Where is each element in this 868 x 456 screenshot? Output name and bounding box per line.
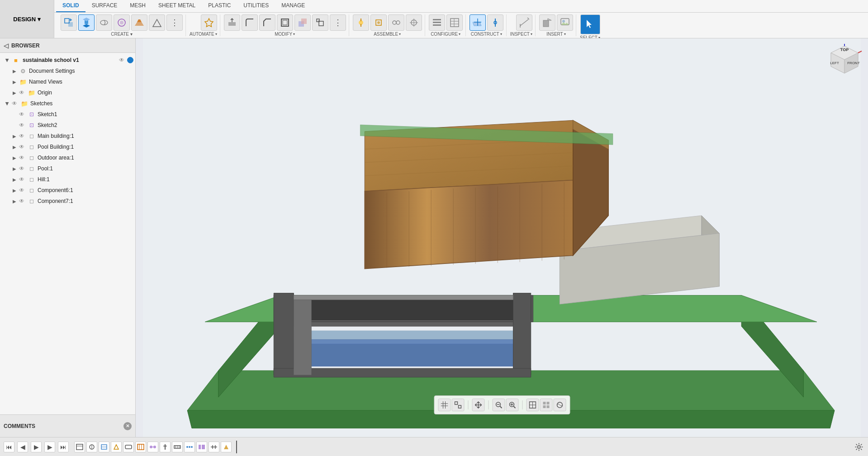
timeline-icon-10[interactable] bbox=[184, 442, 195, 452]
insert-mesh-icon[interactable] bbox=[539, 14, 555, 31]
timeline-icon-12[interactable] bbox=[209, 442, 219, 452]
tree-arrow-pool[interactable]: ▶ bbox=[11, 166, 18, 171]
chamfer-icon[interactable] bbox=[259, 14, 275, 31]
timeline-icon-4[interactable] bbox=[111, 442, 122, 452]
modify-label[interactable]: MODIFY▾ bbox=[224, 32, 346, 37]
eye-icon-main-building[interactable]: 👁 bbox=[18, 132, 25, 140]
eye-icon-root[interactable]: 👁 bbox=[118, 56, 125, 64]
tab-solid[interactable]: SOLID bbox=[56, 0, 85, 12]
eye-icon-hill[interactable]: 👁 bbox=[18, 176, 25, 183]
tab-utilities[interactable]: UTILITIES bbox=[237, 0, 275, 12]
tree-arrow-root[interactable]: ▶ bbox=[5, 56, 10, 64]
new-component-icon[interactable] bbox=[61, 14, 77, 31]
rib-icon[interactable] bbox=[149, 14, 165, 31]
table-icon[interactable] bbox=[446, 14, 463, 31]
tree-arrow-sketches[interactable]: ▶ bbox=[5, 100, 10, 107]
measure-icon[interactable] bbox=[516, 14, 532, 31]
tree-arrow-main-building[interactable]: ▶ bbox=[11, 134, 18, 139]
visual-style-button[interactable] bbox=[553, 399, 566, 411]
eye-icon-component7[interactable]: 👁 bbox=[18, 197, 25, 205]
timeline-icon-13[interactable] bbox=[221, 442, 232, 452]
tab-sheet-metal[interactable]: SHEET METAL bbox=[152, 0, 202, 12]
display-mode-button[interactable] bbox=[540, 399, 552, 411]
press-pull-icon[interactable] bbox=[224, 14, 240, 31]
eye-icon-pool[interactable]: 👁 bbox=[18, 165, 25, 172]
zoom-in-button[interactable] bbox=[506, 399, 518, 411]
anim-play-button[interactable]: ▶ bbox=[31, 442, 42, 452]
sweep-icon[interactable] bbox=[114, 14, 130, 31]
eye-icon-pool-building[interactable]: 👁 bbox=[18, 143, 25, 150]
tree-arrow-component7[interactable]: ▶ bbox=[11, 199, 18, 204]
create-label[interactable]: CREATE ▾ bbox=[61, 32, 183, 37]
radio-root[interactable] bbox=[127, 57, 133, 63]
tree-arrow-doc[interactable]: ▶ bbox=[11, 69, 18, 74]
browser-collapse-icon[interactable]: ◁ bbox=[4, 42, 9, 49]
anim-prev-button[interactable]: ◀ bbox=[17, 442, 28, 452]
tab-mesh[interactable]: MESH bbox=[123, 0, 152, 12]
zoom-out-button[interactable] bbox=[492, 399, 505, 411]
tree-item-component7[interactable]: ▶ 👁 ◻ Component7:1 bbox=[0, 196, 135, 207]
more-modify-icon[interactable]: ⋮ bbox=[330, 14, 346, 31]
tree-arrow-pool-building[interactable]: ▶ bbox=[11, 145, 18, 150]
eye-icon-component6[interactable]: 👁 bbox=[18, 187, 25, 194]
timeline-icon-11[interactable] bbox=[196, 442, 207, 452]
automate-label[interactable]: AUTOMATE▾ bbox=[190, 32, 217, 37]
timeline-icon-1[interactable] bbox=[74, 442, 85, 452]
automate-icon[interactable] bbox=[201, 14, 217, 31]
tree-arrow-outdoor-area[interactable]: ▶ bbox=[11, 155, 18, 160]
tree-item-pool-building[interactable]: ▶ 👁 ◻ Pool Building:1 bbox=[0, 141, 135, 152]
construct-label[interactable]: CONSTRUCT▾ bbox=[470, 32, 503, 37]
tree-arrow-origin[interactable]: ▶ bbox=[11, 90, 18, 95]
tree-item-sketches[interactable]: ▶ 👁 📁 Sketches bbox=[0, 98, 135, 109]
fillet-icon[interactable] bbox=[242, 14, 258, 31]
comments-close-icon[interactable]: ✕ bbox=[123, 422, 132, 430]
configure-label[interactable]: CONFIGURE▾ bbox=[429, 32, 463, 37]
grid-toggle-button[interactable] bbox=[438, 399, 451, 411]
timeline-icon-6[interactable] bbox=[135, 442, 146, 452]
combine-icon[interactable] bbox=[294, 14, 311, 31]
loft-icon[interactable] bbox=[131, 14, 147, 31]
drive-joint-icon[interactable] bbox=[388, 14, 404, 31]
tab-plastic[interactable]: PLASTIC bbox=[202, 0, 237, 12]
eye-icon-origin[interactable]: 👁 bbox=[18, 89, 25, 96]
revolve-icon[interactable] bbox=[96, 14, 112, 31]
tree-item-origin[interactable]: ▶ 👁 📁 Origin bbox=[0, 87, 135, 98]
tree-item-component6[interactable]: ▶ 👁 ◻ Component6:1 bbox=[0, 185, 135, 196]
tree-arrow-named-views[interactable]: ▶ bbox=[11, 80, 18, 85]
tree-arrow-component6[interactable]: ▶ bbox=[11, 188, 18, 193]
tree-item-outdoor-area[interactable]: ▶ 👁 ◻ Outdoor area:1 bbox=[0, 152, 135, 163]
eye-icon-sketch1[interactable]: 👁 bbox=[18, 111, 25, 118]
anim-next-button[interactable]: ▶ bbox=[44, 442, 55, 452]
tree-item-doc-settings[interactable]: ▶ ⚙ Document Settings bbox=[0, 66, 135, 76]
anim-first-button[interactable]: ⏮ bbox=[4, 442, 14, 452]
timeline-icon-7[interactable] bbox=[147, 442, 158, 452]
viewport[interactable]: TOP LEFT FRONT Z Y bbox=[136, 38, 868, 437]
axis-indicator[interactable]: TOP LEFT FRONT Z Y bbox=[826, 44, 863, 80]
eye-icon-outdoor-area[interactable]: 👁 bbox=[18, 154, 25, 161]
construct-axis-icon[interactable] bbox=[487, 14, 503, 31]
motion-link-icon[interactable] bbox=[406, 14, 422, 31]
tab-manage[interactable]: MANAGE bbox=[275, 0, 311, 12]
insert-label[interactable]: INSERT▾ bbox=[539, 32, 573, 37]
joint-icon[interactable] bbox=[353, 14, 369, 31]
anim-last-button[interactable]: ⏭ bbox=[58, 442, 69, 452]
tree-item-pool[interactable]: ▶ 👁 ◻ Pool:1 bbox=[0, 163, 135, 174]
tree-item-root[interactable]: ▶ ■ sustainable school v1 👁 bbox=[0, 55, 135, 66]
rigid-group-icon[interactable] bbox=[370, 14, 387, 31]
snap-button[interactable] bbox=[451, 399, 464, 411]
assemble-label[interactable]: ASSEMBLE▾ bbox=[353, 32, 422, 37]
tree-arrow-hill[interactable]: ▶ bbox=[11, 177, 18, 182]
eye-icon-sketch2[interactable]: 👁 bbox=[18, 122, 25, 129]
inspect-label[interactable]: INSPECT▾ bbox=[510, 32, 532, 37]
select-label[interactable]: SELECT▾ bbox=[580, 35, 600, 38]
timeline-icon-9[interactable] bbox=[172, 442, 183, 452]
parameters-icon[interactable] bbox=[429, 14, 445, 31]
view-mode-button[interactable] bbox=[526, 399, 539, 411]
extrude-icon[interactable] bbox=[78, 14, 95, 31]
shell-icon[interactable] bbox=[277, 14, 293, 31]
tree-item-hill[interactable]: ▶ 👁 ◻ Hill:1 bbox=[0, 174, 135, 185]
construct-plane-icon[interactable] bbox=[470, 14, 486, 31]
tree-item-sketch2[interactable]: 👁 ⊡ Sketch2 bbox=[0, 120, 135, 131]
tree-item-main-building[interactable]: ▶ 👁 ◻ Main building:1 bbox=[0, 131, 135, 141]
scale-icon[interactable] bbox=[312, 14, 328, 31]
